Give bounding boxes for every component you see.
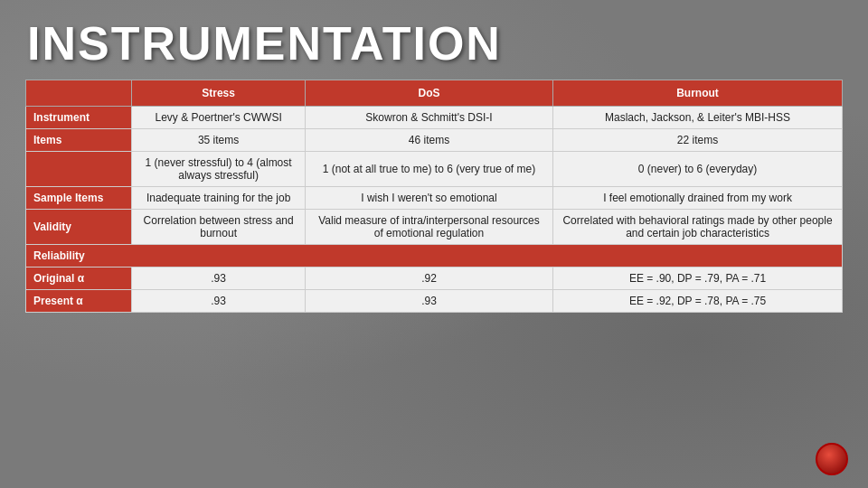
table-cell: Levy & Poertner's CWWSI (132, 107, 305, 129)
table-cell: Skowron & Schmitt's DSI-I (305, 107, 552, 129)
row-label: Original α (26, 267, 132, 290)
table-cell: 46 items (305, 129, 552, 152)
page-title: INSTRUMENTATION (0, 0, 868, 80)
table-cell: I wish I weren't so emotional (305, 187, 552, 210)
table-cell: .93 (132, 290, 305, 313)
table-cell: 1 (never stressful) to 4 (almost always … (132, 152, 305, 187)
table-cell: 0 (never) to 6 (everyday) (553, 152, 843, 187)
instrumentation-table: Stress DoS Burnout InstrumentLevy & Poer… (25, 80, 843, 313)
red-circle-decoration (816, 443, 848, 475)
table-cell: Correlation between stress and burnout (132, 210, 305, 245)
table-cell: 35 items (132, 129, 305, 152)
table-cell: EE = .90, DP = .79, PA = .71 (553, 267, 843, 290)
table-cell: Correlated with behavioral ratings made … (553, 210, 843, 245)
table-cell: 1 (not at all true to me) to 6 (very tru… (305, 152, 552, 187)
col-header-dos: DoS (305, 80, 552, 107)
table-cell: I feel emotionally drained from my work (553, 187, 843, 210)
row-label: Items (26, 129, 132, 152)
col-header-stress: Stress (132, 80, 305, 107)
table-cell: .93 (132, 267, 305, 290)
table-cell: EE = .92, DP = .78, PA = .75 (553, 290, 843, 313)
reliability-header: Reliability (26, 245, 843, 267)
row-label: Present α (26, 290, 132, 313)
table-cell: Maslach, Jackson, & Leiter's MBI-HSS (553, 107, 843, 129)
table-cell: Inadequate training for the job (132, 187, 305, 210)
table-cell: Valid measure of intra/interpersonal res… (305, 210, 552, 245)
table-cell: .92 (305, 267, 552, 290)
row-label: Sample Items (26, 187, 132, 210)
table-cell: 22 items (553, 129, 843, 152)
row-label: Instrument (26, 107, 132, 129)
row-label: Validity (26, 210, 132, 245)
row-label (26, 152, 132, 187)
table-cell: .93 (305, 290, 552, 313)
col-header-burnout: Burnout (553, 80, 843, 107)
col-header-empty (26, 80, 132, 107)
